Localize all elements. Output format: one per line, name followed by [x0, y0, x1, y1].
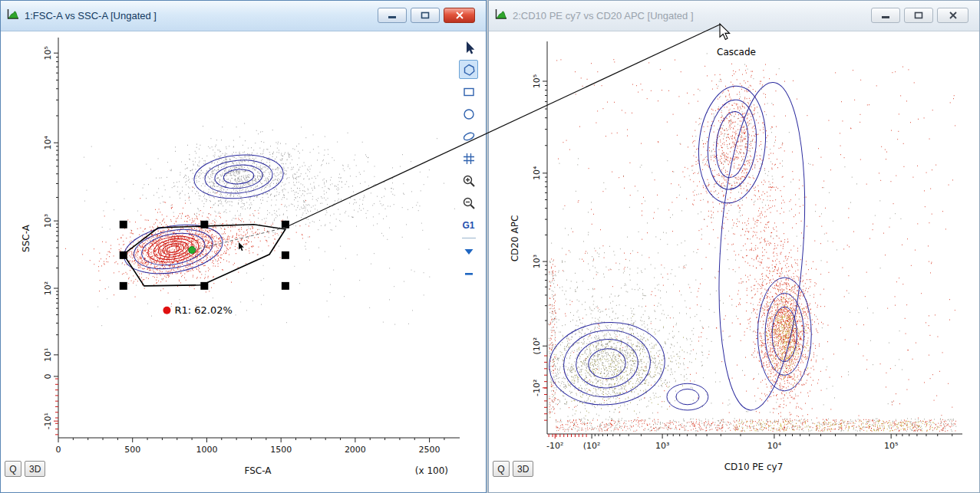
- svg-text:R1: 62.02%: R1: 62.02%: [174, 304, 232, 316]
- svg-text:0: 0: [43, 373, 53, 379]
- zoom-in-tool[interactable]: [459, 171, 478, 190]
- circle-gate-tool[interactable]: [459, 104, 478, 123]
- gate-g1-label: G1: [462, 220, 474, 231]
- svg-text:10⁴: 10⁴: [532, 166, 542, 180]
- svg-text:2500: 2500: [419, 445, 441, 455]
- svg-text:(10²: (10²: [532, 337, 542, 355]
- title-bar[interactable]: 1:FSC-A vs SSC-A [Ungated ]: [1, 1, 486, 31]
- svg-text:SSC-A: SSC-A: [21, 224, 31, 252]
- svg-text:10¹: 10¹: [43, 348, 53, 362]
- polygon-gate-tool[interactable]: [459, 60, 478, 79]
- maximize-icon: [421, 12, 430, 19]
- 3d-view-button[interactable]: 3D: [513, 461, 533, 477]
- zoom-in-icon: [461, 173, 477, 189]
- zoom-out-icon: [461, 196, 477, 211]
- app-icon: [495, 8, 507, 23]
- fsc-ssc-plot[interactable]: 0500100015002000250010⁵10⁴10³10²10¹0-10¹…: [1, 31, 486, 492]
- svg-text:10⁵: 10⁵: [532, 74, 542, 88]
- collapse-toolbar-button[interactable]: [459, 264, 478, 283]
- minimize-button[interactable]: [378, 8, 407, 23]
- zoom-out-tool[interactable]: [459, 193, 478, 212]
- rectangle-gate-icon: [461, 84, 477, 100]
- chevron-down-icon: [461, 244, 477, 259]
- svg-text:-10²: -10²: [532, 380, 542, 396]
- svg-text:10²: 10²: [43, 281, 53, 295]
- svg-text:(x 100): (x 100): [415, 465, 448, 476]
- cd10-cd20-plot[interactable]: -10²(10²10³10⁴10⁵10⁵10⁴10³(10²-10²CD10 P…: [489, 31, 979, 492]
- quadrant-grid-tool[interactable]: [459, 149, 478, 168]
- quadrant-grid-icon: [461, 151, 477, 166]
- svg-text:10³: 10³: [532, 255, 542, 268]
- pointer-icon: [461, 40, 477, 55]
- gate-g1-button[interactable]: G1: [459, 215, 478, 235]
- svg-text:-10²: -10²: [546, 441, 563, 451]
- app-icon: [7, 8, 19, 23]
- gate-toolbar: G1: [458, 38, 479, 283]
- svg-text:0: 0: [56, 445, 61, 455]
- ellipse-gate-icon: [461, 129, 477, 144]
- svg-text:10⁵: 10⁵: [43, 46, 53, 60]
- svg-text:1500: 1500: [270, 445, 292, 455]
- quadrant-stats-button[interactable]: Q: [493, 461, 510, 477]
- window-cd10-cd20: 2:CD10 PE cy7 vs CD20 APC [Ungated ] -10…: [488, 0, 980, 493]
- svg-text:-10¹: -10¹: [43, 412, 53, 429]
- svg-text:FSC-A: FSC-A: [245, 465, 272, 476]
- svg-text:CD20 APC: CD20 APC: [510, 215, 520, 262]
- close-icon: [455, 12, 464, 19]
- rectangle-gate-tool[interactable]: [459, 82, 478, 101]
- svg-text:(10²: (10²: [583, 441, 601, 451]
- polygon-gate-icon: [461, 62, 477, 77]
- window-fsc-ssc: 1:FSC-A vs SSC-A [Ungated ] 050010001500…: [0, 0, 487, 493]
- svg-text:CD10 PE cy7: CD10 PE cy7: [724, 462, 784, 472]
- svg-text:10³: 10³: [655, 441, 669, 451]
- gate-dropdown-button[interactable]: [459, 242, 478, 261]
- circle-gate-icon: [461, 107, 477, 122]
- ellipse-gate-tool[interactable]: [459, 127, 478, 146]
- minimize-icon: [388, 12, 397, 19]
- close-icon: [949, 12, 958, 19]
- 3d-view-button[interactable]: 3D: [25, 461, 45, 477]
- svg-text:10⁴: 10⁴: [43, 135, 53, 150]
- svg-text:1000: 1000: [196, 445, 217, 455]
- svg-text:10⁵: 10⁵: [884, 441, 898, 451]
- window-title: 1:FSC-A vs SSC-A [Ungated ]: [25, 10, 157, 21]
- maximize-button[interactable]: [904, 8, 933, 23]
- svg-text:2000: 2000: [345, 445, 366, 455]
- title-bar[interactable]: 2:CD10 PE cy7 vs CD20 APC [Ungated ]: [489, 1, 979, 31]
- pointer-tool[interactable]: [459, 38, 478, 57]
- window-title: 2:CD10 PE cy7 vs CD20 APC [Ungated ]: [513, 10, 694, 21]
- svg-text:10⁴: 10⁴: [767, 441, 782, 451]
- maximize-button[interactable]: [411, 8, 440, 23]
- toolbar-divider: [462, 238, 476, 238]
- close-button[interactable]: [937, 8, 968, 23]
- svg-text:10³: 10³: [43, 214, 53, 228]
- maximize-icon: [914, 12, 923, 19]
- plot-area-container: 0500100015002000250010⁵10⁴10³10²10¹0-10¹…: [1, 31, 486, 492]
- minimize-button[interactable]: [871, 8, 900, 23]
- quadrant-stats-button[interactable]: Q: [5, 461, 21, 477]
- svg-text:500: 500: [124, 445, 140, 455]
- close-button[interactable]: [444, 8, 475, 23]
- minimize-icon: [881, 12, 890, 19]
- minus-icon: [461, 266, 477, 281]
- plot-area-container: -10²(10²10³10⁴10⁵10⁵10⁴10³(10²-10²CD10 P…: [489, 31, 979, 492]
